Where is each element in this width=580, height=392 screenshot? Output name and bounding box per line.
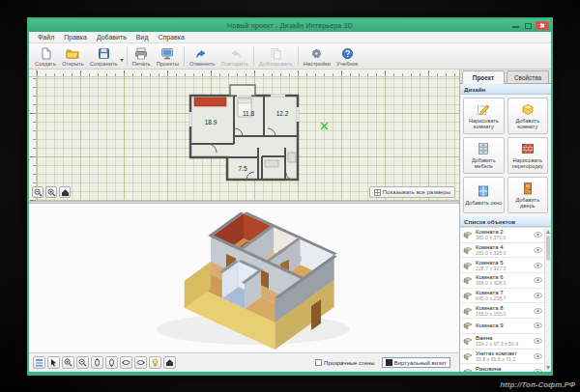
add-room-button[interactable]: Добавить комнату (508, 98, 549, 134)
right-panel: Проект Свойства Дизайн Нарисовать комнат… (459, 70, 551, 372)
print-button[interactable]: Печать (130, 44, 154, 69)
zoom-in-icon (64, 358, 72, 367)
orbit-left-icon (122, 358, 130, 367)
draw-room-button[interactable]: Нарисовать комнату (463, 98, 505, 134)
sofa-symbol (194, 98, 226, 106)
orbit-right-button[interactable] (134, 356, 147, 369)
lighting-button[interactable] (149, 356, 161, 369)
maximize-icon (525, 23, 532, 29)
add-furniture-button[interactable]: Добавить мебель (463, 137, 505, 174)
object-row[interactable]: Унитаз компакт35.8 x 36.5 x 71.2 (460, 350, 544, 365)
pointer-icon (49, 358, 58, 367)
dimensions-grid-icon (374, 189, 381, 196)
toolbar-separator (184, 46, 185, 66)
gear-icon (310, 47, 323, 60)
redo-button[interactable]: Повторить (218, 44, 250, 69)
view-3d-canvas[interactable] (29, 204, 459, 352)
open-folder-icon (66, 47, 79, 60)
undo-button[interactable]: Отменить (187, 44, 218, 69)
floor-plan-drawing: 18.9 11.8 12.2 7.5 (179, 83, 306, 191)
orbit-left-button[interactable] (120, 356, 132, 369)
ruler-corner (29, 70, 37, 77)
projects-button[interactable]: Проекты (154, 44, 182, 69)
design-buttons-grid: Нарисовать комнату Добавить комнату Доба… (460, 95, 551, 216)
objects-scrollbar[interactable] (544, 228, 551, 372)
new-project-button[interactable]: Создать (32, 44, 59, 69)
object-row[interactable]: Комната 8155.0 x 155.0 (460, 303, 544, 319)
visibility-eye-icon[interactable] (534, 353, 542, 359)
plan-grid: 18.9 11.8 12.2 7.5 (37, 77, 459, 201)
maximize-button[interactable] (523, 21, 534, 30)
door-icon (521, 182, 535, 195)
show-all-sizes-button[interactable]: Показывать все размеры (369, 186, 455, 198)
select-button[interactable] (47, 356, 60, 369)
visibility-eye-icon[interactable] (534, 338, 542, 344)
object-row[interactable]: Комната 2380.0 x 370.0 (460, 228, 544, 243)
open-project-button[interactable]: Открыть (59, 44, 87, 69)
settings-button[interactable]: Настройки (301, 44, 334, 69)
object-icon (463, 275, 473, 285)
duplicate-button[interactable]: Дублировать (256, 44, 296, 69)
object-icon (463, 321, 473, 330)
add-window-button[interactable]: Добавить окно (463, 177, 505, 213)
visibility-eye-icon[interactable] (534, 277, 542, 283)
vertical-ruler (29, 77, 37, 201)
scroll-thumb[interactable] (546, 236, 550, 261)
object-row[interactable]: Комната 5228.7 x 327.0 (460, 258, 544, 273)
visibility-eye-icon[interactable] (534, 263, 542, 268)
draw-partition-button[interactable]: Нарисовать перегородку (508, 137, 549, 174)
menu-view[interactable]: Вид (131, 34, 154, 41)
object-icon (463, 230, 473, 239)
title-bar[interactable]: Новый проект - Дизайн Интерьера 3D (29, 19, 551, 32)
visibility-eye-icon[interactable] (534, 308, 542, 314)
zoom-out-button[interactable] (76, 356, 89, 369)
zoom-in-button[interactable] (62, 356, 74, 369)
scroll-down-arrow[interactable] (546, 366, 550, 370)
object-row[interactable]: Раковина77.3 x 57.2 x 100.4 (460, 364, 544, 372)
object-icon (463, 336, 473, 346)
object-icon (463, 367, 473, 372)
object-row[interactable]: Комната 9 (460, 319, 544, 334)
view-home-button[interactable] (163, 356, 176, 369)
monitor-icon (160, 47, 174, 60)
object-row[interactable]: Ванна154.2 x 67.3 x 50.4 (460, 334, 544, 350)
visibility-eye-icon[interactable] (534, 322, 542, 328)
add-door-button[interactable]: Добавить дверь (508, 177, 549, 213)
visibility-eye-icon[interactable] (534, 369, 542, 372)
menu-add[interactable]: Добавить (92, 34, 131, 41)
menu-file[interactable]: Файл (33, 34, 59, 41)
house-3d-render (118, 204, 408, 352)
object-row[interactable]: Комната 6368.0 x 328.0 (460, 273, 544, 289)
plan-zoom-out-button[interactable] (32, 186, 44, 198)
tab-properties[interactable]: Свойства (507, 70, 549, 83)
save-dropdown-arrow[interactable] (120, 59, 124, 62)
rotate-down-button[interactable] (105, 356, 118, 369)
save-project-button[interactable]: Сохранить (87, 44, 121, 69)
tutorial-button[interactable]: Учебник (334, 44, 361, 69)
transparent-walls-checkbox[interactable]: Прозрачные стены (315, 359, 375, 366)
plan-2d-canvas[interactable]: 18.9 11.8 12.2 7.5 (29, 70, 459, 201)
new-document-icon (40, 47, 52, 60)
objects-list: Комната 2380.0 x 370.0 Комната 4281.0 x … (460, 227, 551, 372)
scroll-up-arrow[interactable] (546, 230, 550, 234)
plan-home-button[interactable] (59, 186, 71, 198)
plan-zoom-in-button[interactable] (45, 186, 57, 198)
object-icon (463, 261, 473, 270)
tab-project[interactable]: Проект (462, 70, 505, 84)
pan-button[interactable] (33, 356, 45, 369)
visibility-eye-icon[interactable] (534, 232, 542, 238)
visibility-eye-icon[interactable] (534, 247, 542, 253)
menu-help[interactable]: Справка (153, 34, 188, 41)
object-row[interactable]: Комната 4281.0 x 328.0 (460, 243, 544, 259)
minimize-button[interactable] (510, 21, 521, 30)
virtual-visit-toggle[interactable]: Виртуальный визит (382, 357, 450, 368)
design-section-header: Дизайн (460, 84, 551, 95)
orbit-right-icon (136, 358, 145, 367)
close-button[interactable] (536, 21, 549, 30)
object-row[interactable]: Комната 7645.0 x 238.7 (460, 289, 544, 304)
menu-edit[interactable]: Правка (59, 34, 92, 41)
visibility-eye-icon[interactable] (534, 293, 542, 298)
rotate-up-button[interactable] (91, 356, 103, 369)
watermark: http://Топ-Софт.РФ (500, 380, 575, 389)
main-toolbar: Создать Открыть Сохранить Печать Проекты (29, 43, 551, 70)
